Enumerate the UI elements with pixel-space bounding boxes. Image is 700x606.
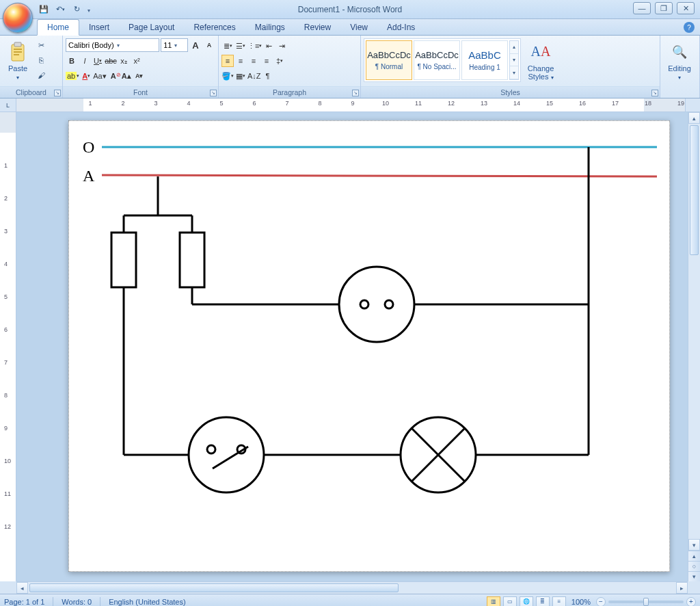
highlight-button[interactable]: ab▾ <box>66 70 79 82</box>
numbering-button[interactable]: ☰▾ <box>234 40 247 52</box>
status-bar: Page: 1 of 1 Words: 0 English (United St… <box>0 594 700 606</box>
vertical-ruler[interactable]: 123456789101112 <box>0 112 16 581</box>
qat-redo-button[interactable]: ↻ <box>70 3 83 16</box>
sort-button[interactable]: A↓Z <box>247 70 261 82</box>
ruler-toggle[interactable]: L <box>0 98 16 111</box>
multilevel-button[interactable]: ⋮≡▾ <box>247 40 262 52</box>
font-name-combo[interactable]: Calibri (Body)▾ <box>66 38 159 52</box>
change-case-button[interactable]: Aa▾ <box>93 70 106 82</box>
shrink-font-button[interactable]: A <box>203 39 215 51</box>
ruler-view-toggle[interactable] <box>685 98 700 111</box>
tab-insert[interactable]: Insert <box>79 20 119 35</box>
borders-button[interactable]: ▦▾ <box>234 70 247 82</box>
status-page[interactable]: Page: 1 of 1 <box>4 598 44 606</box>
tab-home[interactable]: Home <box>37 19 79 36</box>
editing-button[interactable]: 🔍 Editing▾ <box>663 38 696 83</box>
bold-button[interactable]: B <box>66 55 78 67</box>
document-viewport[interactable]: O A <box>16 112 688 581</box>
subscript-button[interactable]: x₂ <box>118 55 130 67</box>
align-right-button[interactable]: ≡ <box>247 55 260 67</box>
next-page-button[interactable]: ▾ <box>688 571 700 581</box>
paste-button[interactable]: Paste▾ <box>3 38 33 83</box>
hscroll-left-button[interactable]: ◂ <box>16 582 28 594</box>
shrink-font2[interactable]: A▾ <box>133 70 146 82</box>
view-print-layout[interactable]: ▥ <box>487 596 500 607</box>
hscroll-thumb[interactable] <box>29 583 399 592</box>
align-center-button[interactable]: ≡ <box>234 55 247 67</box>
italic-button[interactable]: I <box>79 55 91 67</box>
view-web-layout[interactable]: 🌐 <box>520 596 533 607</box>
styles-gallery-scroll[interactable]: ▴▾▾ <box>509 40 519 80</box>
scroll-down-button[interactable]: ▾ <box>688 539 700 551</box>
page[interactable]: O A <box>68 120 670 572</box>
tab-review[interactable]: Review <box>295 20 340 35</box>
shading-button[interactable]: 🪣▾ <box>221 70 234 82</box>
svg-point-17 <box>339 267 414 342</box>
qat-save-button[interactable]: 💾 <box>37 3 51 16</box>
style-no-spacing[interactable]: AaBbCcDc ¶ No Spaci... <box>414 40 460 80</box>
increase-indent-button[interactable]: ⇥ <box>275 40 288 52</box>
browse-object-button[interactable]: ○ <box>688 561 700 571</box>
underline-button[interactable]: U▾ <box>92 55 104 67</box>
superscript-button[interactable]: x² <box>131 55 143 67</box>
grow-font2[interactable]: A▴ <box>120 70 133 82</box>
view-draft[interactable]: ≡ <box>552 596 566 607</box>
find-icon: 🔍 <box>669 41 690 63</box>
help-button[interactable]: ? <box>684 22 695 33</box>
justify-button[interactable]: ≡ <box>260 55 273 67</box>
view-full-screen[interactable]: ▭ <box>503 596 517 607</box>
zoom-in-button[interactable]: + <box>686 597 696 607</box>
style-heading-1[interactable]: AaBbC Heading 1 <box>461 40 508 80</box>
clipboard-launcher[interactable]: ↘ <box>54 90 61 96</box>
qat-undo-button[interactable]: ↶▾ <box>53 3 67 16</box>
office-button[interactable] <box>3 3 33 33</box>
vertical-scrollbar[interactable]: ▴ ▾ ▴ ○ ▾ <box>688 112 700 581</box>
scroll-thumb[interactable] <box>690 125 699 255</box>
ribbon: Paste▾ ✂ ⎘ 🖌 Clipboard ↘ Calibri (Body)▾… <box>0 36 700 98</box>
group-label-font: Font <box>63 86 218 98</box>
change-styles-button[interactable]: AA Change Styles ▾ <box>522 38 559 83</box>
zoom-slider[interactable] <box>608 601 684 603</box>
status-language[interactable]: English (United States) <box>109 598 186 606</box>
scroll-track[interactable] <box>688 124 700 539</box>
minimize-button[interactable]: — <box>633 2 651 14</box>
paragraph-launcher[interactable]: ↘ <box>352 90 359 96</box>
line-spacing-button[interactable]: ‡▾ <box>273 55 286 67</box>
change-styles-icon: AA <box>530 41 552 63</box>
tab-mailings[interactable]: Mailings <box>245 20 295 35</box>
horizontal-scrollbar[interactable]: ◂ ▸ <box>0 581 700 594</box>
font-color-button[interactable]: A▾ <box>80 70 92 82</box>
status-words[interactable]: Words: 0 <box>62 598 92 606</box>
show-marks-button[interactable]: ¶ <box>262 70 274 82</box>
qat-customize[interactable] <box>86 5 90 14</box>
tab-page-layout[interactable]: Page Layout <box>119 20 184 35</box>
font-launcher[interactable]: ↘ <box>210 90 217 96</box>
styles-gallery[interactable]: AaBbCcDc ¶ Normal AaBbCcDc ¶ No Spaci...… <box>364 38 521 82</box>
tab-view[interactable]: View <box>340 20 377 35</box>
horizontal-ruler[interactable]: 12345678910111213141516171819 <box>16 98 685 111</box>
clear-formatting-button[interactable]: A⊘ <box>107 70 120 82</box>
font-size-combo[interactable]: 11▾ <box>161 38 188 52</box>
format-painter-button[interactable]: 🖌 <box>34 68 48 82</box>
zoom-level[interactable]: 100% <box>571 598 591 606</box>
zoom-out-button[interactable]: − <box>596 597 606 607</box>
tab-add-ins[interactable]: Add-Ins <box>377 20 425 35</box>
tab-references[interactable]: References <box>184 20 245 35</box>
prev-page-button[interactable]: ▴ <box>688 551 700 561</box>
styles-launcher[interactable]: ↘ <box>651 90 658 96</box>
align-left-button[interactable]: ≡ <box>221 55 234 67</box>
circuit-diagram: O A <box>76 133 664 571</box>
close-button[interactable]: ✕ <box>677 2 695 14</box>
bullets-button[interactable]: ≣▾ <box>221 40 234 52</box>
grow-font-button[interactable]: A <box>189 39 202 51</box>
strikethrough-button[interactable]: abc <box>105 55 117 67</box>
decrease-indent-button[interactable]: ⇤ <box>262 40 275 52</box>
copy-button[interactable]: ⎘ <box>34 53 48 67</box>
restore-button[interactable]: ❐ <box>655 2 673 14</box>
style-normal[interactable]: AaBbCcDc ¶ Normal <box>366 40 412 80</box>
scroll-up-button[interactable]: ▴ <box>688 112 700 124</box>
hscroll-right-button[interactable]: ▸ <box>676 582 688 594</box>
view-outline[interactable]: ≣ <box>536 596 550 607</box>
cut-button[interactable]: ✂ <box>34 38 48 52</box>
window-title: Document1 - Microsoft Word <box>0 5 700 14</box>
